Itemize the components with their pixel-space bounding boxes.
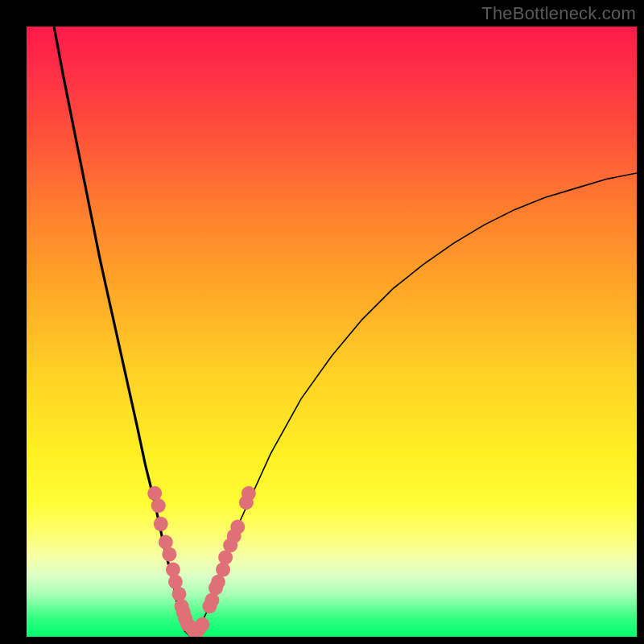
highlight-dot (166, 563, 180, 577)
highlight-dots (147, 486, 256, 637)
highlight-dot (230, 520, 245, 535)
highlight-dot (168, 575, 183, 589)
highlight-dot (151, 498, 166, 513)
highlight-dot (204, 593, 219, 608)
highlight-dot (172, 587, 187, 601)
highlight-dot (162, 547, 176, 562)
highlight-dot (154, 517, 168, 531)
highlight-dot (216, 563, 230, 577)
curve-layer (27, 27, 637, 637)
watermark-text: TheBottleneck.com (481, 3, 636, 24)
highlight-dot (242, 486, 256, 501)
highlight-dot (159, 535, 173, 550)
highlight-dot (195, 617, 209, 632)
curve-right-branch (192, 173, 637, 637)
highlight-dot (147, 486, 162, 501)
chart-frame: TheBottleneck.com (0, 0, 644, 644)
plot-area (27, 27, 637, 637)
